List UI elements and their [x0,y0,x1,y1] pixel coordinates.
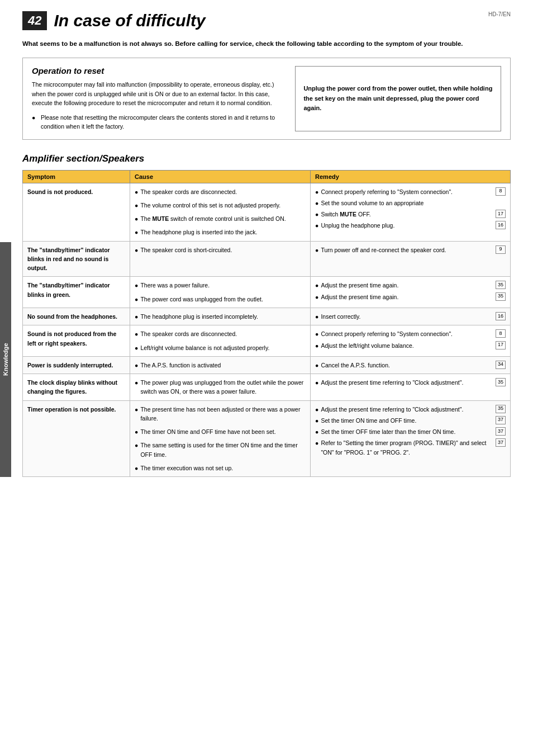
cause-cell: ● The present time has not been adjusted… [130,400,311,477]
table-row: Sound is not produced from the left or r… [23,325,511,357]
remedy-item: ● Cancel the A.P.S. function.34 [315,361,506,370]
col-header-cause: Cause [130,170,311,183]
intro-text: What seems to be a malfunction is not al… [22,39,511,49]
bullet-dot: ● [135,329,138,338]
remedy-item: ● Adjust the present time referring to "… [315,378,506,387]
ref-box: 8 [496,329,506,338]
remedy-item: ● Adjust the present time again.35 [315,292,506,301]
reset-notice: Unplug the power cord from the power out… [295,66,501,131]
remedy-cell: ● Insert correctly.16 [311,308,511,325]
ref-box: 16 [496,221,506,229]
remedy-item: ● Switch MUTE OFF.17 [315,210,506,219]
remedy-cell: ● Connect properly referring to "System … [311,325,511,357]
cause-cell: ● The speaker cord is short-circuited. [130,241,311,277]
page-header: 42 In case of difficulty [22,11,511,30]
cause-cell: ● The speaker cords are disconnected.● L… [130,325,311,357]
remedy-item: ● Adjust the present time referring to "… [315,405,506,414]
reset-title: Operation to reset [32,66,284,75]
page-title: In case of difficulty [54,11,205,30]
trouble-table: Symptom Cause Remedy Sound is not produc… [22,170,511,478]
remedy-cell: ● Adjust the present time referring to "… [311,400,511,477]
reset-bullet: ● Please note that resetting the microco… [32,113,284,131]
remedy-item: ● Adjust the present time again.35 [315,281,506,290]
ref-box: 17 [496,341,506,349]
cause-cell: ● The A.P.S. function is activated [130,356,311,374]
symptom-cell: The clock display blinks without changin… [23,374,130,401]
remedy-cell: ● Adjust the present time referring to "… [311,374,511,401]
bullet-dot: ● [135,214,138,223]
bullet-dot: ● [135,361,138,370]
remedy-item: ● Unplug the headphone plug.16 [315,221,506,230]
bullet-dot: ● [135,343,138,352]
bullet-dot: ● [135,312,138,321]
table-row: No sound from the headphones.● The headp… [23,308,511,325]
remedy-item: ● Refer to "Setting the timer program (P… [315,438,506,457]
cause-item: ● The headphone plug is inserted incompl… [135,312,306,321]
ref-box: 35 [496,281,506,289]
remedy-cell: ● Connect properly referring to "System … [311,183,511,241]
cause-cell: ● There was a power failure.● The power … [130,277,311,308]
cause-item: ● The speaker cord is short-circuited. [135,245,306,254]
remedy-item: ● Connect properly referring to "System … [315,329,506,338]
remedy-item: ● Connect properly referring to "System … [315,187,506,196]
symptom-cell: No sound from the headphones. [23,308,130,325]
cause-item: ● The headphone plug is inserted into th… [135,228,306,237]
bullet-dot: ● [135,441,138,450]
col-header-remedy: Remedy [311,170,511,183]
remedy-cell: ● Turn power off and re-connect the spea… [311,241,511,277]
ref-box: 37 [496,427,506,436]
cause-cell: ● The speaker cords are disconnected.● T… [130,183,311,241]
cause-item: ● Left/right volume balance is not adjus… [135,343,306,352]
bullet-dot: ● [135,295,138,304]
remedy-item: ● Turn power off and re-connect the spea… [315,245,506,254]
ref-box: 34 [496,361,506,369]
reset-body: The microcomputer may fall into malfunct… [32,80,284,107]
remedy-cell: ● Adjust the present time again.35● Adju… [311,277,511,308]
bullet-dot: ● [135,228,138,237]
table-header-row: Symptom Cause Remedy [23,170,511,183]
cause-item: ● The speaker cords are disconnected. [135,187,306,196]
table-row: Timer operation is not possible.● The pr… [23,400,511,477]
cause-item: ● The volume control of this set is not … [135,201,306,210]
ref-box: 37 [496,438,506,447]
ref-box: 9 [496,245,506,254]
cause-cell: ● The headphone plug is inserted incompl… [130,308,311,325]
remedy-item: ● Set the timer ON time and OFF time.37 [315,416,506,425]
bullet-dot: ● [32,113,37,131]
remedy-item: ● Set the sound volume to an appropriate [315,199,506,207]
cause-item: ● There was a power failure. [135,281,306,290]
col-header-symptom: Symptom [23,170,130,183]
bullet-dot: ● [135,187,138,196]
bullet-dot: ● [135,201,138,210]
reset-left: Operation to reset The microcomputer may… [32,66,284,131]
table-row: Power is suddenly interrupted.● The A.P.… [23,356,511,374]
bullet-dot: ● [135,427,138,436]
hd-label: HD-7/EN [488,11,511,17]
table-row: Sound is not produced.● The speaker cord… [23,183,511,241]
cause-item: ● The A.P.S. function is activated [135,361,306,370]
amp-section-title: Amplifier section/Speakers [22,153,511,164]
remedy-item: ● Adjust the left/right volume balance.1… [315,341,506,350]
table-row: The "standby/timer" indicator blinks in … [23,241,511,277]
ref-box: 35 [496,405,506,413]
cause-item: ● The timer execution was not set up. [135,464,306,472]
ref-box: 37 [496,416,506,424]
cause-item: ● The present time has not been adjusted… [135,405,306,423]
table-row: The clock display blinks without changin… [23,374,511,401]
ref-box: 17 [496,210,506,218]
symptom-cell: Sound is not produced. [23,183,130,241]
cause-cell: ● The power plug was unplugged from the … [130,374,311,401]
bullet-dot: ● [135,245,138,254]
knowledge-sidebar: Knowledge [0,242,11,477]
symptom-cell: Sound is not produced from the left or r… [23,325,130,357]
bullet-dot: ● [135,281,138,290]
symptom-cell: The "standby/timer" indicator blinks in … [23,241,130,277]
remedy-cell: ● Cancel the A.P.S. function.34 [311,356,511,374]
reset-section: Operation to reset The microcomputer may… [22,58,511,139]
bullet-dot: ● [135,378,138,387]
bullet-dot: ● [135,464,138,472]
ref-box: 8 [496,187,506,196]
ref-box: 16 [496,312,506,320]
symptom-cell: The "standby/timer" indicator blinks in … [23,277,130,308]
cause-item: ● The same setting is used for the timer… [135,441,306,459]
